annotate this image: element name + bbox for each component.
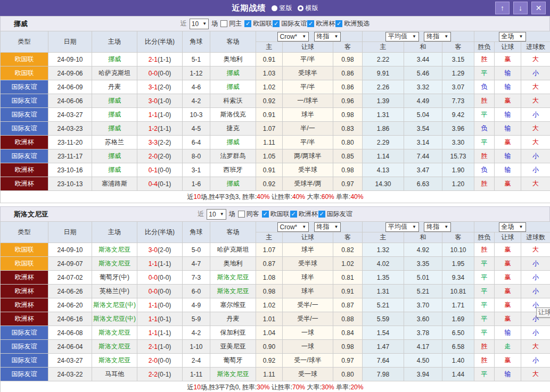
average-value: 平均值 xyxy=(388,32,407,41)
stats-summary: 近10场,胜3平7负0, 胜率:30% 让胜率:70% 大率:30% 单率:20… xyxy=(1,381,550,392)
checkbox-icon[interactable]: ✓ xyxy=(273,20,280,27)
handicap-result-cell: 赢 xyxy=(495,285,521,298)
score-cell: 1-1(0-1) xyxy=(137,312,183,326)
same-away-checkbox[interactable]: 同客 xyxy=(238,210,259,219)
recent-count-select[interactable]: 10 ▼ xyxy=(207,209,226,220)
results-table: 类型 日期 主场 比分(半场) 角球 客场 Crow*▼ 终指▼ 平均值▼ 终指… xyxy=(0,31,550,203)
match-row: 国际友谊24-03-27斯洛文尼亚2-0(0-0)2-4葡萄牙0.92受一/球半… xyxy=(1,354,550,368)
vertical-layout-radio[interactable]: 竖版 xyxy=(272,4,292,13)
close-button[interactable]: ✕ xyxy=(531,2,546,14)
home-odds-cell: 0.92 xyxy=(256,177,283,191)
chevron-down-icon: ▼ xyxy=(412,224,416,229)
average-stage-select[interactable]: 终指▼ xyxy=(424,222,451,232)
move-down-button[interactable]: ↓ xyxy=(513,2,528,14)
handicap-cell: 受半/一 xyxy=(283,298,333,312)
scope-select[interactable]: 全场▼ xyxy=(499,32,526,41)
result-cell: 平 xyxy=(474,312,495,326)
odds-company-select[interactable]: Crow*▼ xyxy=(277,222,309,232)
result-cell: 平 xyxy=(474,66,495,80)
horizontal-layout-label: 横版 xyxy=(306,4,318,13)
recent-count-select[interactable]: 10 ▼ xyxy=(190,19,209,29)
checkbox-icon[interactable]: ✓ xyxy=(290,211,297,218)
checkbox-icon[interactable]: ✓ xyxy=(335,20,342,27)
league-checkbox[interactable]: ✓欧洲杯 xyxy=(307,19,335,28)
avg-away-cell: 3.96 xyxy=(442,122,474,136)
league-label: 国际友谊 xyxy=(281,19,307,28)
match-row: 欧洲杯23-11-20苏格兰3-3(2-2)6-4挪威1.11平/半0.802.… xyxy=(1,136,550,149)
handicap-result-cell: 输 xyxy=(495,80,521,94)
league-checkbox[interactable]: ✓欧洲杯 xyxy=(290,210,318,219)
score-cell: 0-0(0-0) xyxy=(137,285,183,298)
avg-home-cell: 1.54 xyxy=(363,326,404,340)
away-odds-cell: 0.86 xyxy=(333,80,363,94)
date-cell: 24-03-22 xyxy=(48,368,92,381)
league-checkbox[interactable]: ✓欧国联 xyxy=(262,210,290,219)
home-team-cell: 斯洛文尼亚(中) xyxy=(92,312,137,326)
away-team-cell: 丹麦 xyxy=(210,312,256,326)
handicap-cell: 球半 xyxy=(283,285,333,298)
handicap-cell: 一球 xyxy=(283,340,333,354)
average-stage-select[interactable]: 终指▼ xyxy=(424,32,451,41)
odds-stage-select[interactable]: 终指▼ xyxy=(314,222,341,232)
checkbox-icon[interactable]: ✓ xyxy=(262,211,269,218)
date-cell: 23-11-17 xyxy=(48,149,92,163)
avg-home-cell: 4.13 xyxy=(363,163,404,177)
avg-draw-cell: 4.49 xyxy=(404,94,442,108)
checkbox-icon[interactable] xyxy=(238,211,245,218)
sub-header: 客 xyxy=(442,42,474,53)
avg-away-cell: 1.95 xyxy=(442,257,474,271)
corner-cell: 1-10 xyxy=(183,340,210,354)
avg-away-cell: 9.34 xyxy=(442,271,474,285)
avg-home-cell: 1.35 xyxy=(363,271,404,285)
handicap-result-cell: 赢 xyxy=(495,271,521,285)
match-row: 欧洲杯24-06-26英格兰(中)0-0(0-0)6-0斯洛文尼亚0.98球半0… xyxy=(1,285,550,298)
checkbox-icon[interactable]: ✓ xyxy=(307,20,314,27)
checkbox-icon[interactable]: ✓ xyxy=(244,20,251,27)
checkbox-icon[interactable] xyxy=(220,20,227,27)
radio-checked-icon[interactable] xyxy=(298,5,303,11)
away-team-cell: 斯洛伐克 xyxy=(210,108,256,122)
match-row: 欧洲杯23-10-16挪威0-1(0-0)3-1西班牙0.91受半球0.984.… xyxy=(1,163,550,177)
handicap-cell: 受球半/两 xyxy=(283,177,333,191)
handicap-result-cell: 走 xyxy=(495,340,521,354)
checkbox-icon[interactable]: ✓ xyxy=(318,211,325,218)
col-header-home: 主场 xyxy=(92,31,137,53)
league-checkbox[interactable]: ✓欧洲预选 xyxy=(335,19,370,28)
home-team-cell: 丹麦 xyxy=(92,80,137,94)
move-up-button[interactable]: ↑ xyxy=(495,2,510,14)
match-row: 国际友谊24-06-09丹麦3-1(2-0)4-6挪威1.02平/半0.862.… xyxy=(1,80,550,94)
home-team-cell: 挪威 xyxy=(92,149,137,163)
average-select[interactable]: 平均值▼ xyxy=(385,32,419,41)
league-checkbox[interactable]: ✓国际友谊 xyxy=(318,210,352,219)
avg-draw-cell: 6.63 xyxy=(404,177,442,191)
league-filter-group: ✓欧国联✓欧洲杯✓国际友谊 xyxy=(262,210,352,219)
horizontal-layout-radio[interactable]: 横版 xyxy=(298,4,318,13)
match-row: 欧洲杯24-07-02葡萄牙(中)0-0(0-0)7-3斯洛文尼亚1.08球半0… xyxy=(1,271,550,285)
score-cell: 3-0(2-0) xyxy=(137,243,183,257)
home-odds-cell: 1.02 xyxy=(256,80,283,94)
odds-stage-select[interactable]: 终指▼ xyxy=(314,32,341,41)
home-odds-cell: 1.08 xyxy=(256,271,283,285)
avg-draw-cell: 5.01 xyxy=(404,271,442,285)
corner-cell: 1-11 xyxy=(183,368,210,381)
league-checkbox[interactable]: ✓国际友谊 xyxy=(273,19,307,28)
odds-company-select[interactable]: Crow*▼ xyxy=(277,32,309,41)
score-cell: 0-4(0-1) xyxy=(137,177,183,191)
same-home-checkbox[interactable]: 同主 xyxy=(220,19,242,28)
corner-cell: 4-9 xyxy=(183,298,210,312)
avg-draw-cell: 7.44 xyxy=(404,149,442,163)
avg-home-cell: 7.98 xyxy=(363,368,404,381)
matches-suffix-label: 场 xyxy=(211,19,218,28)
home-odds-cell: 1.07 xyxy=(256,122,283,136)
league-checkbox[interactable]: ✓欧国联 xyxy=(244,19,272,28)
home-team-cell: 挪威 xyxy=(92,53,137,66)
recent-results-window: 近期战绩 竖版 横版 ↑ ↓ ✕ 挪威 近 10 ▼ xyxy=(0,0,550,392)
avg-away-cell: 1.90 xyxy=(442,163,474,177)
scope-select[interactable]: 全场▼ xyxy=(499,222,526,232)
chevron-down-icon: ▼ xyxy=(444,34,448,39)
average-select[interactable]: 平均值▼ xyxy=(385,222,419,232)
odds-stage-value: 终指 xyxy=(317,222,330,231)
odds-company-value: Crow* xyxy=(280,33,298,40)
corner-cell: 1-12 xyxy=(183,66,210,80)
radio-icon[interactable] xyxy=(272,5,277,11)
